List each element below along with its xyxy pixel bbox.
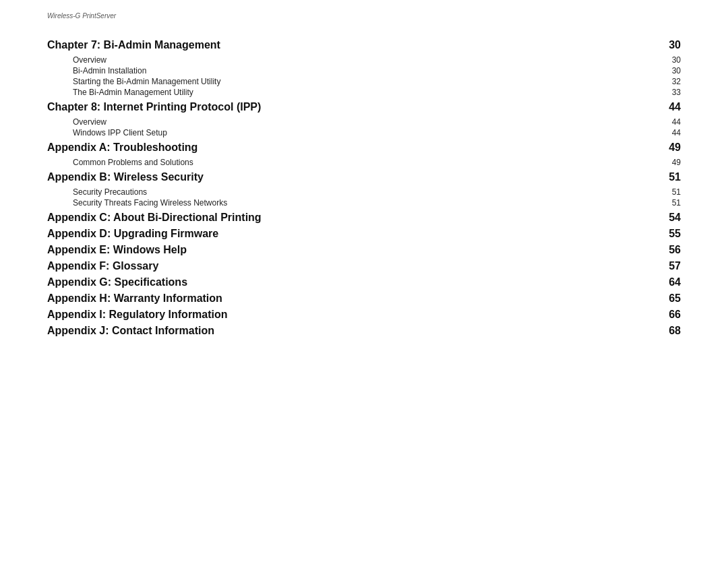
chapter-7-row: Chapter 7: Bi-Admin Management 30 [47,39,681,51]
appendix-g-title: Appendix G: Specifications [47,276,187,288]
chapter-7-title: Chapter 7: Bi-Admin Management [47,39,220,51]
chapter-8-sub-1: Windows IPP Client Setup 44 [47,128,681,137]
appendix-h-page: 65 [661,292,681,305]
chapter-7-sub-3-title: The Bi-Admin Management Utility [73,88,193,97]
appendix-b-sub-1-title: Security Threats Facing Wireless Network… [73,198,227,208]
appendix-d-row: Appendix D: Upgrading Firmware 55 [47,228,681,240]
chapter-7-sub-1-page: 30 [661,66,681,75]
chapter-7-sub-2-title: Starting the Bi-Admin Management Utility [73,77,220,86]
appendix-f-title: Appendix F: Glossary [47,260,158,272]
chapter-7-page: 30 [661,39,681,51]
appendix-c-title: Appendix C: About Bi-Directional Printin… [47,212,262,224]
appendix-e-row: Appendix E: Windows Help 56 [47,244,681,256]
appendix-j-page: 68 [661,325,681,337]
appendix-b-row: Appendix B: Wireless Security 51 [47,171,681,183]
appendix-b-sub-0-page: 51 [661,187,681,197]
appendix-d-title: Appendix D: Upgrading Firmware [47,228,218,240]
chapter-7-sub-0-title: Overview [73,55,107,65]
chapter-8-sub-0-page: 44 [661,117,681,127]
appendix-a-sub-0: Common Problems and Solutions 49 [47,158,681,167]
appendix-h-title: Appendix H: Warranty Information [47,292,222,305]
appendix-a-sub-0-page: 49 [661,158,681,167]
appendix-e-page: 56 [661,244,681,256]
chapter-8-sub-1-title: Windows IPP Client Setup [73,128,167,137]
appendix-a-sub-0-title: Common Problems and Solutions [73,158,193,167]
chapter-8-title: Chapter 8: Internet Printing Protocol (I… [47,101,261,113]
appendix-c-row: Appendix C: About Bi-Directional Printin… [47,212,681,224]
chapter-7-sub-3: The Bi-Admin Management Utility 33 [47,88,681,97]
appendix-g-page: 64 [661,276,681,288]
appendix-e-title: Appendix E: Windows Help [47,244,187,256]
appendix-b-sub-0-title: Security Precautions [73,187,147,197]
chapter-7-sub-0-page: 30 [661,55,681,65]
appendix-b-sub-0: Security Precautions 51 [47,187,681,197]
appendix-i-title: Appendix I: Regulatory Information [47,309,228,321]
page-header: Wireless-G PrintServer [47,12,116,20]
chapter-8-sub-1-page: 44 [661,128,681,137]
appendix-h-row: Appendix H: Warranty Information 65 [47,292,681,305]
chapter-8-sub-0-title: Overview [73,117,107,127]
appendix-j-row: Appendix J: Contact Information 68 [47,325,681,337]
chapter-7-sub-2: Starting the Bi-Admin Management Utility… [47,77,681,86]
appendix-d-page: 55 [661,228,681,240]
appendix-i-page: 66 [661,309,681,321]
chapter-7-sub-1-title: Bi-Admin Installation [73,66,146,75]
appendix-f-row: Appendix F: Glossary 57 [47,260,681,272]
chapter-7-sub-1: Bi-Admin Installation 30 [47,66,681,75]
appendix-i-row: Appendix I: Regulatory Information 66 [47,309,681,321]
appendix-a-row: Appendix A: Troubleshooting 49 [47,142,681,154]
chapter-7-sub-2-page: 32 [661,77,681,86]
toc-container: Chapter 7: Bi-Admin Management 30 Overvi… [47,39,681,341]
appendix-j-title: Appendix J: Contact Information [47,325,214,337]
appendix-a-page: 49 [661,142,681,154]
appendix-b-sub-1: Security Threats Facing Wireless Network… [47,198,681,208]
chapter-7-sub-3-page: 33 [661,88,681,97]
chapter-8-sub-0: Overview 44 [47,117,681,127]
chapter-8-page: 44 [661,101,681,113]
appendix-b-page: 51 [661,171,681,183]
appendix-b-sub-1-page: 51 [661,198,681,208]
chapter-7-sub-0: Overview 30 [47,55,681,65]
appendix-b-title: Appendix B: Wireless Security [47,171,204,183]
appendix-g-row: Appendix G: Specifications 64 [47,276,681,288]
chapter-8-row: Chapter 8: Internet Printing Protocol (I… [47,101,681,113]
appendix-f-page: 57 [661,260,681,272]
appendix-c-page: 54 [661,212,681,224]
appendix-a-title: Appendix A: Troubleshooting [47,142,198,154]
